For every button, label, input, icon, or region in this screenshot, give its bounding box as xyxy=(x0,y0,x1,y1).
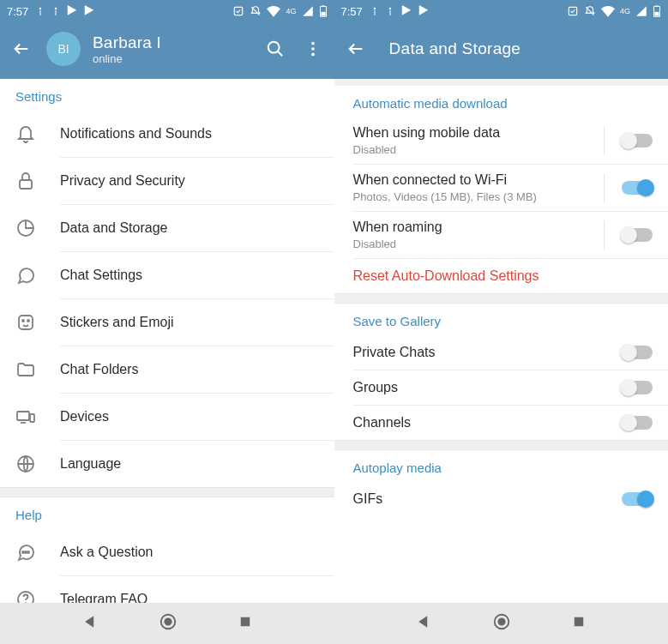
svg-point-22 xyxy=(165,618,171,624)
toggle-groups[interactable] xyxy=(622,381,653,394)
svg-point-5 xyxy=(311,42,315,45)
setting-title: When connected to Wi-Fi xyxy=(353,172,605,188)
section-header-autoplay: Autoplay media xyxy=(334,450,669,482)
row-groups[interactable]: Groups xyxy=(334,370,669,405)
back-button[interactable] xyxy=(12,39,31,58)
status-icons-left xyxy=(370,5,430,17)
section-header-help: Help xyxy=(0,497,334,529)
section-header-auto-download: Automatic media download xyxy=(334,86,669,117)
row-private-chats[interactable]: Private Chats xyxy=(334,335,669,370)
row-label: Chat Folders xyxy=(60,362,319,377)
svg-point-6 xyxy=(311,47,315,51)
back-button[interactable] xyxy=(346,39,365,58)
row-stickers[interactable]: Stickers and Emoji xyxy=(0,299,334,346)
setting-title: When roaming xyxy=(353,220,605,235)
row-label: Devices xyxy=(60,409,319,424)
nav-back[interactable] xyxy=(81,613,99,634)
status-bar: 7:57 4G xyxy=(334,0,669,22)
toggle-private-chats[interactable] xyxy=(622,346,653,359)
row-language[interactable]: Language xyxy=(0,441,334,487)
row-folders[interactable]: Chat Folders xyxy=(0,346,334,393)
row-label: Ask a Question xyxy=(60,545,319,560)
setting-title: Private Chats xyxy=(353,345,616,360)
help-icon xyxy=(15,589,60,603)
android-navbar xyxy=(0,603,334,644)
pie-icon xyxy=(15,218,60,238)
section-header-settings: Settings xyxy=(0,79,334,111)
row-reset-auto-download[interactable]: Reset Auto-Download Settings xyxy=(334,259,669,293)
toggle-roaming[interactable] xyxy=(622,228,653,242)
sticker-icon xyxy=(15,312,60,333)
data-appbar: Data and Storage xyxy=(334,22,669,79)
data-scroll: Automatic media download When using mobi… xyxy=(334,79,669,603)
search-button[interactable] xyxy=(266,39,285,58)
toggle-wifi[interactable] xyxy=(622,181,653,195)
svg-point-4 xyxy=(268,42,279,53)
svg-point-18 xyxy=(27,551,29,553)
svg-rect-14 xyxy=(30,414,34,422)
globe-icon xyxy=(15,454,60,474)
svg-rect-10 xyxy=(19,316,33,329)
svg-point-16 xyxy=(22,551,24,553)
setting-title: Groups xyxy=(353,380,616,395)
row-privacy[interactable]: Privacy and Security xyxy=(0,158,334,204)
settings-screen: 7:57 4G BI Barbara I online xyxy=(0,0,334,644)
profile-name: Barbara I xyxy=(93,33,161,52)
svg-point-12 xyxy=(27,320,29,322)
row-ask[interactable]: Ask a Question xyxy=(0,529,334,575)
row-notifications[interactable]: Notifications and Sounds xyxy=(0,111,334,157)
setting-title: GIFs xyxy=(353,491,616,507)
nav-recent[interactable] xyxy=(238,614,253,633)
more-button[interactable] xyxy=(304,39,322,58)
svg-point-11 xyxy=(22,320,24,322)
nav-home[interactable] xyxy=(492,612,511,635)
setting-title: When using mobile data xyxy=(353,125,605,141)
toggle-gifs[interactable] xyxy=(622,492,653,506)
toggle-channels[interactable] xyxy=(622,416,653,430)
row-roaming[interactable]: When roaming Disabled xyxy=(334,212,669,258)
setting-subtitle: Photos, Videos (15 MB), Files (3 MB) xyxy=(353,190,605,203)
status-icons-right: 4G xyxy=(232,4,327,18)
row-wifi[interactable]: When connected to Wi-Fi Photos, Videos (… xyxy=(334,165,669,211)
svg-rect-24 xyxy=(569,7,576,15)
status-icons-left xyxy=(35,5,95,17)
toggle-mobile-data[interactable] xyxy=(622,134,653,147)
nav-home[interactable] xyxy=(159,612,178,635)
row-chat-settings[interactable]: Chat Settings xyxy=(0,252,334,298)
svg-rect-30 xyxy=(575,617,584,627)
row-mobile-data[interactable]: When using mobile data Disabled xyxy=(334,117,669,164)
row-devices[interactable]: Devices xyxy=(0,394,334,440)
row-gifs[interactable]: GIFs xyxy=(334,482,669,509)
devices-icon xyxy=(15,406,60,427)
status-bar: 7:57 4G xyxy=(0,0,334,22)
data-storage-screen: 7:57 4G Data and Storage Automatic media… xyxy=(334,0,669,644)
profile-appbar: BI Barbara I online xyxy=(0,22,334,79)
row-label: Privacy and Security xyxy=(60,173,319,189)
row-label: Telegram FAQ xyxy=(60,592,319,603)
svg-point-19 xyxy=(18,592,33,603)
chat-icon xyxy=(15,265,60,286)
svg-point-17 xyxy=(25,551,27,553)
row-channels[interactable]: Channels xyxy=(334,406,669,440)
setting-subtitle: Disabled xyxy=(353,143,605,156)
status-network-label: 4G xyxy=(286,7,296,15)
row-label: Chat Settings xyxy=(60,268,319,283)
folder-icon xyxy=(15,359,60,380)
nav-back[interactable] xyxy=(415,613,432,634)
setting-title: Channels xyxy=(353,415,616,430)
avatar[interactable]: BI xyxy=(46,32,81,66)
row-label: Data and Storage xyxy=(60,220,319,236)
setting-subtitle: Disabled xyxy=(353,238,605,250)
bell-icon xyxy=(15,123,60,144)
settings-scroll: Settings Notifications and Sounds Privac… xyxy=(0,79,334,603)
row-faq[interactable]: Telegram FAQ xyxy=(0,576,334,603)
android-navbar xyxy=(334,603,669,644)
setting-title: Reset Auto-Download Settings xyxy=(353,268,653,284)
svg-point-29 xyxy=(499,618,505,624)
nav-recent[interactable] xyxy=(571,614,587,633)
svg-rect-8 xyxy=(20,180,32,189)
svg-rect-2 xyxy=(321,12,324,15)
svg-rect-26 xyxy=(655,12,659,15)
profile-status: online xyxy=(93,52,161,65)
row-data-storage[interactable]: Data and Storage xyxy=(0,205,334,251)
